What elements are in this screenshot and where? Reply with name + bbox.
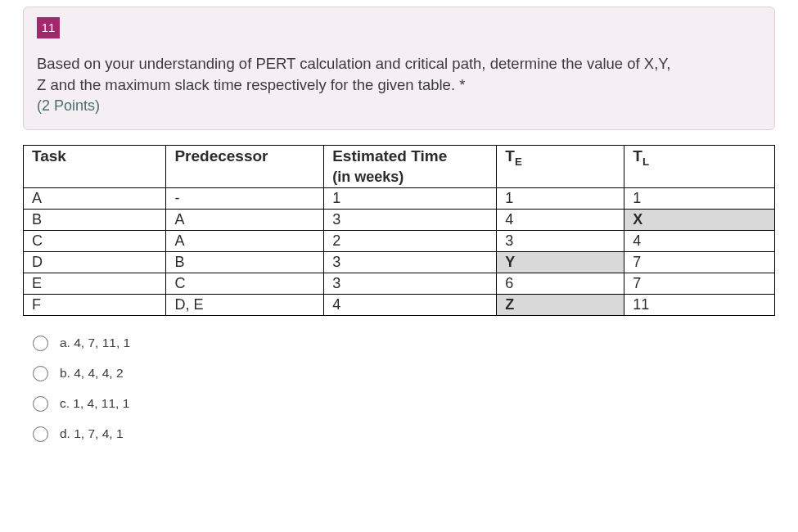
cell-tl: 7: [624, 251, 775, 273]
col-predecessor: Predecessor: [166, 145, 324, 187]
cell-predecessor: A: [166, 209, 324, 230]
radio-b[interactable]: [33, 366, 48, 381]
radio-c[interactable]: [33, 396, 48, 412]
cell-te: Z: [497, 294, 624, 315]
cell-tl: 11: [624, 294, 775, 315]
cell-te: 1: [497, 187, 624, 209]
cell-task: F: [24, 294, 166, 315]
cell-te: 3: [497, 230, 624, 251]
answer-option-c[interactable]: c. 1, 4, 11, 1: [33, 396, 798, 412]
te-label: T: [505, 147, 515, 165]
answer-label: a. 4, 7, 11, 1: [60, 336, 130, 350]
cell-predecessor: A: [166, 230, 324, 251]
cell-tl: 4: [624, 230, 775, 251]
required-mark: *: [459, 76, 465, 93]
question-prompt-line1: Based on your understanding of PERT calc…: [37, 55, 670, 72]
cell-tl: 1: [624, 187, 775, 209]
answer-options: a. 4, 7, 11, 1b. 4, 4, 4, 2c. 1, 4, 11, …: [33, 336, 798, 442]
table-row: EC367: [24, 273, 775, 294]
answer-label: d. 1, 7, 4, 1: [60, 426, 124, 441]
tl-label: T: [633, 147, 642, 165]
radio-a[interactable]: [33, 336, 48, 351]
cell-time: 3: [324, 251, 497, 273]
te-sub: E: [515, 156, 522, 168]
tl-sub: L: [642, 156, 649, 168]
col-est-time-unit: (in weeks): [324, 167, 497, 188]
answer-option-d[interactable]: d. 1, 7, 4, 1: [33, 426, 798, 442]
question-prompt: Based on your understanding of PERT calc…: [37, 53, 761, 96]
cell-tl: 7: [624, 273, 775, 294]
cell-time: 3: [324, 209, 497, 230]
cell-time: 2: [324, 230, 497, 251]
answer-option-b[interactable]: b. 4, 4, 4, 2: [33, 366, 798, 381]
cell-predecessor: -: [166, 187, 324, 209]
table-row: BA34X: [24, 209, 775, 230]
cell-task: D: [24, 251, 166, 273]
table-header-row: Task Predecessor Estimated Time TE TL: [24, 145, 775, 167]
cell-predecessor: B: [166, 251, 324, 273]
col-est-time: Estimated Time: [324, 145, 497, 167]
cell-task: A: [24, 187, 166, 209]
cell-task: C: [24, 230, 166, 251]
table-row: FD, E4Z11: [24, 294, 775, 315]
answer-option-a[interactable]: a. 4, 7, 11, 1: [33, 336, 798, 351]
table-row: DB3Y7: [24, 251, 775, 273]
cell-time: 4: [324, 294, 497, 315]
question-number-badge: 11: [37, 17, 60, 38]
cell-te: 4: [497, 209, 624, 230]
cell-task: E: [24, 273, 166, 294]
table-row: CA234: [24, 230, 775, 251]
cell-time: 1: [324, 187, 497, 209]
radio-d[interactable]: [33, 426, 48, 442]
question-points: (2 Points): [37, 97, 761, 115]
cell-task: B: [24, 209, 166, 230]
question-card: 11 Based on your understanding of PERT c…: [23, 7, 775, 130]
answer-label: c. 1, 4, 11, 1: [60, 396, 129, 411]
col-tl: TL: [624, 145, 775, 187]
cell-tl: X: [624, 209, 775, 230]
answer-label: b. 4, 4, 4, 2: [60, 366, 124, 381]
col-te: TE: [497, 145, 624, 187]
question-prompt-line2: Z and the maximum slack time respectivel…: [37, 76, 459, 93]
cell-te: Y: [497, 251, 624, 273]
pert-table: Task Predecessor Estimated Time TE TL (i…: [23, 145, 775, 316]
cell-time: 3: [324, 273, 497, 294]
cell-predecessor: C: [166, 273, 324, 294]
pert-table-wrapper: Task Predecessor Estimated Time TE TL (i…: [23, 145, 775, 316]
pert-table-body: A-111BA34XCA234DB3Y7EC367FD, E4Z11: [24, 187, 775, 315]
cell-te: 6: [497, 273, 624, 294]
col-task: Task: [24, 145, 166, 187]
cell-predecessor: D, E: [166, 294, 324, 315]
table-row: A-111: [24, 187, 775, 209]
